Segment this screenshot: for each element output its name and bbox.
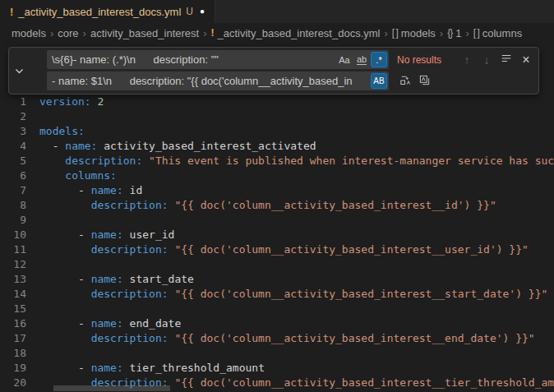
next-match-button[interactable]: ↓ xyxy=(478,51,496,69)
find-input[interactable]: \s{6}- name: (.*)\n description: "" Aa a… xyxy=(47,50,389,69)
previous-match-button[interactable]: ↑ xyxy=(458,51,476,69)
breadcrumb-item[interactable]: {}1 xyxy=(447,27,461,39)
whole-word-label: ab xyxy=(357,55,367,65)
line-number: 18 xyxy=(0,346,26,361)
breadcrumb-label: models xyxy=(401,27,436,39)
line-number: 13 xyxy=(0,272,26,287)
breadcrumb-separator-icon: › xyxy=(465,27,469,39)
code-text xyxy=(26,257,39,272)
editor-lines: 1version: 223models:4 - name: activity_b… xyxy=(0,95,554,390)
breadcrumb-label: activity_based_interest xyxy=(90,27,199,39)
code-text: - name: tier_threshold_amount xyxy=(26,361,265,376)
line-number: 7 xyxy=(0,183,26,198)
array-icon: [ ] xyxy=(473,27,479,39)
object-icon: {} xyxy=(447,27,452,39)
code-line[interactable]: 6 columns: xyxy=(0,168,554,183)
breadcrumb-label: columns xyxy=(482,27,522,39)
line-number: 12 xyxy=(0,257,26,272)
line-number: 3 xyxy=(0,124,26,139)
code-text: - name: activity_based_interest_activate… xyxy=(26,139,316,154)
code-line[interactable]: 4 - name: activity_based_interest_activa… xyxy=(0,139,554,154)
breadcrumb-separator-icon: › xyxy=(385,27,388,39)
breadcrumb-item[interactable]: activity_based_interest xyxy=(90,27,199,39)
code-text: version: 2 xyxy=(26,95,104,109)
code-text: models: xyxy=(26,124,85,139)
replace-nav xyxy=(395,72,433,90)
code-text: description: "{{ doc('column__activity_b… xyxy=(26,287,547,302)
code-line[interactable]: 10 - name: user_id xyxy=(0,228,554,242)
match-case-button[interactable]: Aa xyxy=(336,52,353,67)
breadcrumb-separator-icon: › xyxy=(50,27,53,39)
code-line[interactable]: 18 xyxy=(0,346,554,361)
close-find-button[interactable]: × xyxy=(517,51,535,69)
whole-word-button[interactable]: ab xyxy=(353,52,370,67)
replace-input[interactable]: - name: $1\n description: "{{ doc('colum… xyxy=(47,71,389,90)
breadcrumb-item[interactable]: [ ]columns xyxy=(473,27,522,39)
breadcrumb-separator-icon: › xyxy=(83,27,86,39)
breadcrumb-label: _activity_based_interest_docs.yml xyxy=(218,27,381,39)
code-text: - name: end_date xyxy=(26,316,181,331)
code-line[interactable]: 12 xyxy=(0,257,554,272)
code-line[interactable]: 2 xyxy=(0,109,554,124)
find-widget: \s{6}- name: (.*)\n description: "" Aa a… xyxy=(8,47,539,95)
line-number: 8 xyxy=(0,198,26,213)
selection-lines-icon xyxy=(501,53,512,67)
horizontal-scrollbar[interactable] xyxy=(53,385,170,391)
find-results-count: No results xyxy=(397,54,441,66)
line-number: 19 xyxy=(0,361,26,376)
code-line[interactable]: 15 xyxy=(0,302,554,316)
code-line[interactable]: 19 - name: tier_threshold_amount xyxy=(0,361,554,376)
find-row: \s{6}- name: (.*)\n description: "" Aa a… xyxy=(47,50,535,69)
code-line[interactable]: 11 description: "{{ doc('column__activit… xyxy=(0,242,554,257)
code-text: description: "{{ doc('column__activity_b… xyxy=(26,331,535,346)
code-line[interactable]: 5 description: "This event is published … xyxy=(0,154,554,168)
code-line[interactable]: 1version: 2 xyxy=(0,95,554,109)
replace-button[interactable] xyxy=(395,72,413,90)
line-number: 17 xyxy=(0,331,26,346)
breadcrumb-item[interactable]: !_activity_based_interest_docs.yml xyxy=(211,27,381,39)
code-text xyxy=(26,213,39,228)
code-text: - name: start_date xyxy=(26,272,194,287)
git-status-badge: U xyxy=(186,6,193,17)
toggle-replace-button[interactable] xyxy=(9,50,29,90)
code-line[interactable]: 14 description: "{{ doc('column__activit… xyxy=(0,287,554,302)
code-text xyxy=(26,109,39,124)
replace-row: - name: $1\n description: "{{ doc('colum… xyxy=(47,71,535,90)
tab-title: _activity_based_interest_docs.yml xyxy=(18,6,181,18)
breadcrumb-label: models xyxy=(12,27,46,39)
line-number: 14 xyxy=(0,287,26,302)
line-number: 16 xyxy=(0,316,26,331)
code-text: description: "{{ doc('column__activity_b… xyxy=(26,242,529,257)
regex-button[interactable]: .* xyxy=(371,52,387,67)
vscode-window: ! _activity_based_interest_docs.yml U ● … xyxy=(0,0,554,392)
line-number: 20 xyxy=(0,376,26,390)
code-line[interactable]: 9 xyxy=(0,213,554,228)
find-in-selection-button[interactable] xyxy=(497,51,515,69)
line-number: 4 xyxy=(0,139,26,154)
breadcrumb-item[interactable]: [ ]models xyxy=(392,27,436,39)
code-line[interactable]: 16 - name: end_date xyxy=(0,316,554,331)
line-number: 5 xyxy=(0,154,26,168)
breadcrumb-separator-icon: › xyxy=(440,27,443,39)
line-number: 2 xyxy=(0,109,26,124)
code-line[interactable]: 8 description: "{{ doc('column__activity… xyxy=(0,198,554,213)
preserve-case-button[interactable]: AB xyxy=(371,73,387,89)
code-text: - name: id xyxy=(26,183,142,198)
editor-tab[interactable]: ! _activity_based_interest_docs.yml U ● xyxy=(0,0,215,23)
code-line[interactable]: 3models: xyxy=(0,124,554,139)
find-nav: ↑ ↓ × xyxy=(458,51,535,69)
replace-all-button[interactable] xyxy=(415,72,433,90)
code-text: - name: user_id xyxy=(26,228,174,242)
code-line[interactable]: 13 - name: start_date xyxy=(0,272,554,287)
code-line[interactable]: 7 - name: id xyxy=(0,183,554,198)
breadcrumb-item[interactable]: models xyxy=(12,27,46,39)
code-line[interactable]: 17 description: "{{ doc('column__activit… xyxy=(0,331,554,346)
line-number: 6 xyxy=(0,168,26,183)
replace-query-text: - name: $1\n description: "{{ doc('colum… xyxy=(52,75,370,87)
breadcrumb-item[interactable]: core xyxy=(58,27,78,39)
code-text xyxy=(26,346,39,361)
array-icon: [ ] xyxy=(392,27,398,39)
code-text: description: "{{ doc('column__activity_b… xyxy=(26,198,496,213)
unsaved-dot-icon[interactable]: ● xyxy=(200,7,205,16)
replace-all-icon xyxy=(418,74,431,89)
